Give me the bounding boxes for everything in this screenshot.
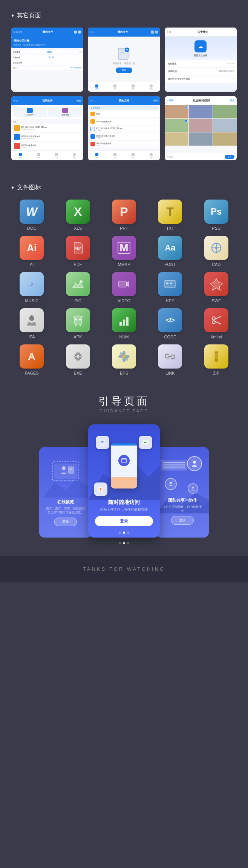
footer: TANKS FOR WATCHING: [0, 556, 248, 582]
screen1-card: 便捷今天对账 点击卡片，可以查看我的文件和文件夹: [11, 37, 83, 48]
svg-point-44: [122, 355, 126, 358]
guidance-section: 引导页面 GUIDANCE PAGE: [0, 383, 248, 556]
icon-item-swf: SWF: [196, 272, 237, 303]
guidance-dots: [8, 542, 240, 544]
tab-home-4[interactable]: 首页: [11, 151, 29, 160]
tab-share-4[interactable]: 共享: [47, 151, 66, 160]
svg-rect-20: [170, 286, 172, 286]
guidance-phones-container: 在线预览 图片、图片、文档、轻松预览名无需下载即可在线浏览。 登录: [8, 424, 240, 538]
link-icon-svg: [163, 350, 177, 363]
icon-item-video: VIDEO: [104, 272, 144, 303]
video-icon-svg: [117, 277, 131, 291]
icon-item-music: ♪ MUSIC: [11, 272, 52, 303]
ppt-icon-box: P: [112, 200, 136, 224]
file-item: PIC_20151014_13580_890.jpg 1.2MB · 2015-…: [13, 124, 82, 132]
svg-point-10: [215, 247, 217, 249]
icon-item-pdf: PDF PDF: [57, 236, 98, 267]
phone-screen-4: 9:41 我的文件 编辑 上传照片 上传视频 图册: [11, 96, 83, 160]
icon-item-pic: PIC: [57, 272, 98, 303]
icon-item-pages: PAGES: [11, 344, 52, 375]
floating-icon-1: [96, 436, 109, 449]
pic-icon-box: [66, 272, 90, 296]
icon-item-font: Aa FONT: [150, 236, 190, 267]
phone-header-4: 9:41 我的文件 编辑: [11, 96, 83, 105]
video-icon-box: [112, 272, 136, 296]
font-icon-box: Aa: [158, 236, 182, 260]
svg-rect-18: [170, 283, 172, 284]
screen1-row: 电视剧集 6.33kb 上传: [11, 50, 83, 54]
svg-point-54: [62, 466, 66, 470]
file-item-5c: OKOO动漫素材库 文件夹: [89, 141, 158, 147]
xls-icon-box: X: [66, 200, 90, 224]
icon-item-ipa: IPA: [11, 308, 52, 339]
phone-screen-1: 9:41 AM 我的文件 便捷今天对账 点击卡片，可以查看我的文件和文件夹 电视…: [11, 28, 83, 92]
icon-item-mmap: M MMAP: [104, 236, 144, 267]
ipa-icon-svg: [25, 313, 38, 327]
icon-item-apk: APK: [57, 308, 98, 339]
key-icon-svg: [163, 277, 177, 291]
svg-point-70: [193, 461, 196, 464]
pic-icon-svg: [71, 277, 85, 291]
svg-rect-19: [166, 286, 168, 286]
num-icon-svg: [117, 313, 131, 327]
tab-me[interactable]: 我的: [142, 82, 160, 92]
floating-icon-2: [139, 436, 152, 449]
svg-rect-14: [119, 281, 126, 287]
tab-files-4[interactable]: 文件: [29, 151, 47, 160]
svg-point-51: [215, 359, 217, 361]
zip-icon-svg: [210, 350, 223, 363]
svg-point-37: [76, 355, 80, 358]
center-phone-login-btn[interactable]: 登录: [95, 516, 153, 526]
swf-icon-box: [204, 272, 228, 296]
svg-rect-2: [120, 52, 125, 53]
retry-btn[interactable]: 重试: [116, 68, 132, 73]
xmind-icon-svg: [210, 313, 223, 327]
exe-icon-box: [66, 344, 90, 369]
right-phone-login-btn[interactable]: 登录: [171, 516, 194, 525]
num-icon-box: [112, 308, 136, 332]
tab-me-4[interactable]: 我的: [65, 151, 83, 160]
swf-icon-svg: [210, 277, 223, 291]
tab-share[interactable]: 共享: [124, 82, 142, 92]
left-phone-login-btn[interactable]: 登录: [54, 518, 77, 526]
phone-screen-3: 9:41 关于我们 ☁ 百度云企业版 当前版本 V1.1.0 联系我们 0100…: [165, 28, 237, 92]
zip-icon-box: [204, 344, 228, 369]
tab-home[interactable]: 首页: [88, 82, 106, 92]
code-icon-box: </>: [158, 308, 182, 332]
svg-text:PDF: PDF: [75, 247, 82, 250]
svg-rect-63: [101, 441, 104, 442]
doc-icon-box: W: [20, 200, 44, 224]
ipa-icon-box: [20, 308, 44, 332]
svg-rect-17: [166, 283, 168, 284]
upload-photo-btn[interactable]: 上传照片: [13, 107, 47, 117]
active-folder-indicator: ● 管理模式: [89, 106, 158, 110]
upload-btn-screen6[interactable]: 上传: [225, 155, 234, 159]
link-icon-box: [158, 344, 182, 369]
svg-point-72: [192, 487, 194, 489]
upload-video-btn[interactable]: 上传视频: [48, 107, 82, 117]
xmind-icon-box: [204, 308, 228, 332]
svg-text:♪: ♪: [30, 279, 34, 288]
svg-rect-49: [215, 356, 217, 357]
svg-rect-64: [101, 442, 103, 443]
cad-icon-svg: [210, 241, 223, 255]
separator-1: [11, 172, 237, 172]
svg-rect-55: [68, 467, 73, 473]
svg-rect-31: [126, 317, 129, 326]
svg-point-13: [80, 280, 83, 283]
tab-files[interactable]: 文件: [106, 82, 124, 92]
floating-icon-3: [94, 482, 107, 496]
icon-item-eps: EPS: [104, 344, 144, 375]
phone-header-3: 9:41 关于我们: [165, 28, 237, 37]
svg-rect-48: [215, 354, 217, 355]
icon-item-ai: Ai AI: [11, 236, 52, 267]
key-icon-box: [158, 272, 182, 296]
svg-rect-50: [215, 358, 217, 359]
svg-rect-29: [119, 322, 122, 326]
svg-line-35: [215, 316, 221, 319]
apk-icon-box: [66, 308, 90, 332]
screen1-row-3: 会议记录类 ——: [11, 60, 83, 65]
icon-item-zip: ZIP: [196, 344, 237, 375]
mountains-left: [43, 475, 92, 498]
icon-item-xmind: Xmind: [196, 308, 237, 339]
